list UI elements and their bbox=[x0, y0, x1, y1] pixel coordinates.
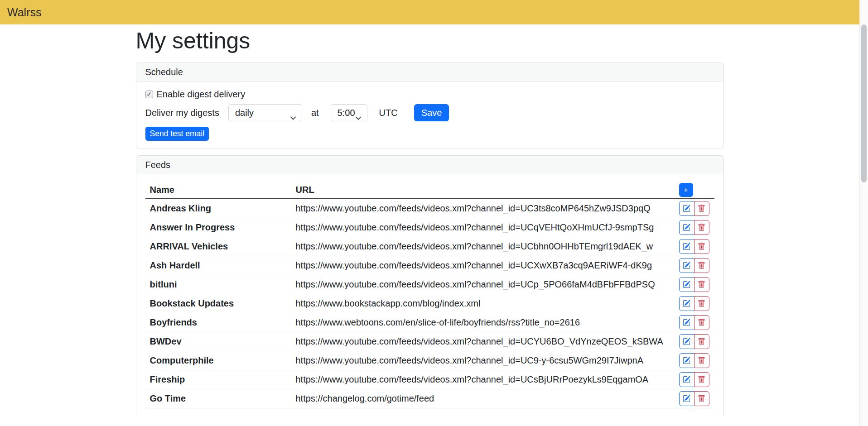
feed-actions-cell bbox=[675, 237, 714, 256]
feed-url: https://www.webtoons.com/en/slice-of-lif… bbox=[291, 313, 675, 332]
trash-icon bbox=[698, 338, 705, 345]
feed-row: Fireship https://www.youtube.com/feeds/v… bbox=[145, 370, 714, 389]
app-navbar: Walrss bbox=[0, 0, 859, 24]
feeds-card: Feeds Name URL + bbox=[136, 155, 724, 416]
send-test-email-button[interactable]: Send test email bbox=[145, 127, 209, 141]
feed-url: https://www.youtube.com/feeds/videos.xml… bbox=[291, 199, 675, 218]
feed-actions-group bbox=[679, 334, 709, 349]
at-label: at bbox=[311, 108, 319, 118]
edit-feed-button[interactable] bbox=[679, 315, 694, 330]
delete-feed-button[interactable] bbox=[694, 258, 709, 273]
enable-digest-label: Enable digest delivery bbox=[157, 89, 246, 100]
edit-feed-button[interactable] bbox=[679, 239, 694, 254]
pencil-square-icon bbox=[683, 224, 690, 231]
feed-url: https://www.youtube.com/feeds/videos.xml… bbox=[291, 256, 675, 275]
feed-actions-group bbox=[679, 220, 709, 235]
feed-url: https://www.youtube.com/feeds/videos.xml… bbox=[291, 351, 675, 370]
delete-feed-button[interactable] bbox=[694, 220, 709, 235]
column-header-actions: + bbox=[675, 182, 714, 199]
feed-name: BWDev bbox=[145, 332, 291, 351]
edit-feed-button[interactable] bbox=[679, 220, 694, 235]
edit-feed-button[interactable] bbox=[679, 353, 694, 368]
feeds-card-body: Name URL + bbox=[136, 174, 723, 416]
feed-actions-cell bbox=[675, 351, 714, 370]
feed-actions-group bbox=[679, 315, 709, 330]
feed-row: Andreas Kling https://www.youtube.com/fe… bbox=[145, 199, 714, 218]
feed-row: ARRIVAL Vehicles https://www.youtube.com… bbox=[145, 237, 714, 256]
delete-feed-button[interactable] bbox=[694, 277, 709, 292]
page: Walrss My settings Schedule ✓ Enable dig… bbox=[0, 0, 859, 426]
feed-url: https://www.youtube.com/feeds/videos.xml… bbox=[291, 332, 675, 351]
delete-feed-button[interactable] bbox=[694, 353, 709, 368]
feed-url: https://www.youtube.com/feeds/videos.xml… bbox=[291, 237, 675, 256]
edit-feed-button[interactable] bbox=[679, 201, 694, 216]
enable-digest-row: ✓ Enable digest delivery bbox=[145, 89, 714, 100]
pencil-square-icon bbox=[683, 262, 690, 269]
feed-name: Andreas Kling bbox=[145, 199, 291, 218]
feeds-card-header: Feeds bbox=[136, 156, 723, 174]
edit-feed-button[interactable] bbox=[679, 372, 694, 387]
time-select[interactable]: 5:00 bbox=[331, 104, 367, 121]
trash-icon bbox=[698, 224, 705, 231]
delete-feed-button[interactable] bbox=[694, 296, 709, 311]
navbar-brand[interactable]: Walrss bbox=[7, 6, 41, 19]
feed-actions-cell bbox=[675, 389, 714, 408]
feeds-table: Name URL + bbox=[145, 182, 714, 408]
window-scrollbar[interactable] bbox=[859, 0, 868, 426]
trash-icon bbox=[698, 357, 705, 364]
test-email-row: Send test email bbox=[145, 126, 714, 141]
pencil-square-icon bbox=[683, 395, 690, 402]
feed-url: https://www.youtube.com/feeds/videos.xml… bbox=[291, 275, 675, 294]
edit-feed-button[interactable] bbox=[679, 296, 694, 311]
edit-feed-button[interactable] bbox=[679, 258, 694, 273]
feed-actions-group bbox=[679, 277, 709, 292]
pencil-square-icon bbox=[683, 243, 690, 250]
feed-name: Bookstack Updates bbox=[145, 294, 291, 313]
feed-name: Computerphile bbox=[145, 351, 291, 370]
delete-feed-button[interactable] bbox=[694, 315, 709, 330]
enable-digest-checkbox[interactable]: ✓ bbox=[145, 91, 153, 98]
feed-url: https://www.youtube.com/feeds/videos.xml… bbox=[291, 370, 675, 389]
feed-actions-group bbox=[679, 372, 709, 387]
feed-actions-cell bbox=[675, 199, 714, 218]
feed-name: Boyfriends bbox=[145, 313, 291, 332]
time-value: 5:00 bbox=[338, 105, 355, 121]
page-title: My settings bbox=[136, 28, 724, 53]
edit-feed-button[interactable] bbox=[679, 334, 694, 349]
delete-feed-button[interactable] bbox=[694, 372, 709, 387]
add-feed-button[interactable]: + bbox=[679, 183, 693, 197]
feed-name: Fireship bbox=[145, 370, 291, 389]
frequency-select[interactable]: daily bbox=[228, 104, 302, 121]
trash-icon bbox=[698, 319, 705, 326]
pencil-square-icon bbox=[683, 281, 690, 288]
delete-feed-button[interactable] bbox=[694, 334, 709, 349]
feed-actions-group bbox=[679, 258, 709, 273]
pencil-square-icon bbox=[683, 357, 690, 364]
feed-row: Computerphile https://www.youtube.com/fe… bbox=[145, 351, 714, 370]
delete-feed-button[interactable] bbox=[694, 201, 709, 216]
feed-actions-cell bbox=[675, 370, 714, 389]
edit-feed-button[interactable] bbox=[679, 277, 694, 292]
delete-feed-button[interactable] bbox=[694, 239, 709, 254]
plus-icon: + bbox=[684, 186, 689, 194]
trash-icon bbox=[698, 281, 705, 288]
scrollbar-thumb[interactable] bbox=[861, 24, 867, 182]
feed-name: Ash Hardell bbox=[145, 256, 291, 275]
delivery-schedule-row: Deliver my digests daily at 5:00 bbox=[145, 104, 714, 121]
chevron-down-icon bbox=[355, 110, 362, 126]
feeds-table-header-row: Name URL + bbox=[145, 182, 714, 199]
feed-actions-group bbox=[679, 353, 709, 368]
app-window: Walrss My settings Schedule ✓ Enable dig… bbox=[0, 0, 868, 426]
save-button[interactable]: Save bbox=[414, 104, 449, 121]
feed-name: ARRIVAL Vehicles bbox=[145, 237, 291, 256]
schedule-card-body: ✓ Enable digest delivery Deliver my dige… bbox=[136, 81, 723, 148]
edit-feed-button[interactable] bbox=[679, 391, 694, 406]
column-header-name: Name bbox=[145, 182, 291, 199]
feed-row: bitluni https://www.youtube.com/feeds/vi… bbox=[145, 275, 714, 294]
feed-name: Answer In Progress bbox=[145, 218, 291, 237]
feed-url: https://www.youtube.com/feeds/videos.xml… bbox=[291, 218, 675, 237]
chevron-down-icon bbox=[290, 110, 296, 126]
pencil-square-icon bbox=[683, 205, 690, 212]
feed-actions-cell bbox=[675, 275, 714, 294]
delete-feed-button[interactable] bbox=[694, 391, 709, 406]
